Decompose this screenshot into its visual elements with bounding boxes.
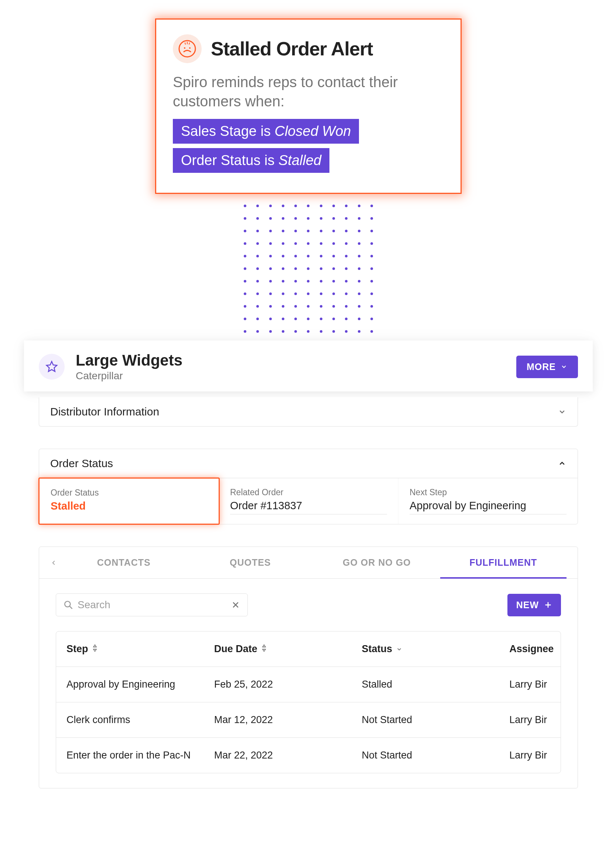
sort-icon — [92, 643, 98, 655]
field-label: Order Status — [51, 488, 208, 498]
chevron-down-icon — [557, 407, 567, 416]
section-title: Distributor Information — [50, 405, 159, 418]
condition-field: Order Status is — [181, 152, 279, 168]
star-icon[interactable] — [39, 354, 65, 380]
field-next-step[interactable]: Next Step Approval by Engineering — [399, 478, 578, 524]
search-input[interactable] — [77, 599, 227, 611]
cell-due: Mar 12, 2022 — [204, 702, 351, 737]
stalled-order-alert-card: Stalled Order Alert Spiro reminds reps t… — [155, 18, 462, 194]
col-label: Status — [362, 643, 393, 655]
field-value: Approval by Engineering — [410, 500, 567, 514]
table-row[interactable]: Approval by Engineering Feb 25, 2022 Sta… — [56, 667, 561, 702]
col-label: Step — [66, 643, 88, 655]
field-label: Related Order — [230, 488, 387, 497]
cell-due: Feb 25, 2022 — [204, 667, 351, 702]
record-header: Large Widgets Caterpillar MORE — [24, 340, 593, 391]
more-button-label: MORE — [527, 362, 556, 372]
condition-field: Sales Stage is — [181, 123, 274, 139]
alert-title: Stalled Order Alert — [211, 38, 373, 60]
distributor-header[interactable]: Distributor Information — [39, 397, 578, 426]
section-title: Order Status — [50, 457, 113, 470]
alert-condition-1: Sales Stage is Closed Won — [173, 119, 359, 144]
search-icon — [63, 600, 73, 610]
tab-quotes[interactable]: QUOTES — [187, 547, 314, 578]
col-label: Assignee — [509, 643, 554, 655]
field-label: Next Step — [410, 488, 567, 497]
tab-contacts[interactable]: CONTACTS — [60, 547, 187, 578]
condition-value: Closed Won — [274, 123, 351, 139]
cell-status: Not Started — [351, 702, 499, 737]
record-header-card: Large Widgets Caterpillar MORE — [24, 340, 593, 391]
field-value: Stalled — [51, 500, 208, 514]
field-related-order[interactable]: Related Order Order #113837 — [219, 478, 399, 524]
condition-value: Stalled — [279, 152, 321, 168]
record-subtitle: Caterpillar — [76, 370, 182, 382]
cell-status: Not Started — [351, 738, 499, 773]
tabs-prev-arrow[interactable] — [50, 557, 60, 569]
more-button[interactable]: MORE — [516, 356, 578, 378]
new-button-label: NEW — [516, 600, 539, 610]
cell-assignee: Larry Bir — [499, 702, 561, 737]
distributor-section: Distributor Information — [39, 397, 578, 426]
record-title: Large Widgets — [76, 351, 182, 369]
search-box[interactable] — [56, 593, 248, 616]
sort-icon — [261, 643, 267, 655]
fulfillment-table: Step Due Date Status Assignee Approval b… — [56, 631, 561, 773]
col-header-status[interactable]: Status — [351, 631, 499, 667]
chevron-up-icon — [557, 459, 567, 468]
col-header-step[interactable]: Step — [56, 631, 204, 667]
table-row[interactable]: Enter the order in the Pac-N Mar 22, 202… — [56, 738, 561, 773]
table-row[interactable]: Clerk confirms Mar 12, 2022 Not Started … — [56, 702, 561, 738]
tab-fulfillment[interactable]: FULFILLMENT — [440, 547, 567, 578]
cell-step: Clerk confirms — [56, 702, 204, 737]
order-status-header[interactable]: Order Status — [39, 449, 578, 478]
col-header-due-date[interactable]: Due Date — [204, 631, 351, 667]
cell-due: Mar 22, 2022 — [204, 738, 351, 773]
tab-go-or-no-go[interactable]: GO OR NO GO — [314, 547, 440, 578]
alert-header: Stalled Order Alert — [173, 34, 444, 63]
col-header-assignee[interactable]: Assignee — [499, 631, 561, 667]
field-order-status[interactable]: Order Status Stalled — [38, 477, 220, 525]
cell-step: Enter the order in the Pac-N — [56, 738, 204, 773]
plus-icon — [544, 601, 552, 609]
related-lists-panel: CONTACTS QUOTES GO OR NO GO FULFILLMENT … — [39, 547, 578, 788]
chevron-down-icon — [396, 646, 402, 653]
alert-description: Spiro reminds reps to contact their cust… — [173, 72, 444, 111]
clear-icon[interactable] — [231, 600, 240, 609]
cell-step: Approval by Engineering — [56, 667, 204, 702]
cell-assignee: Larry Bir — [499, 667, 561, 702]
svg-point-2 — [189, 47, 191, 49]
new-button[interactable]: NEW — [507, 594, 561, 616]
detail-sections: Distributor Information Order Status Ord… — [39, 397, 578, 788]
field-value: Order #113837 — [230, 500, 387, 514]
col-label: Due Date — [214, 643, 257, 655]
alert-icon — [173, 34, 202, 63]
tabs-bar: CONTACTS QUOTES GO OR NO GO FULFILLMENT — [39, 547, 578, 579]
chevron-down-icon — [560, 363, 568, 370]
order-status-section: Order Status Order Status Stalled Relate… — [39, 449, 578, 524]
alert-condition-2: Order Status is Stalled — [173, 148, 330, 173]
cell-assignee: Larry Bir — [499, 738, 561, 773]
svg-point-1 — [184, 47, 185, 49]
cell-status: Stalled — [351, 667, 499, 702]
order-status-fields: Order Status Stalled Related Order Order… — [39, 478, 578, 524]
table-header: Step Due Date Status Assignee — [56, 631, 561, 667]
tab-controls: NEW — [39, 579, 578, 631]
